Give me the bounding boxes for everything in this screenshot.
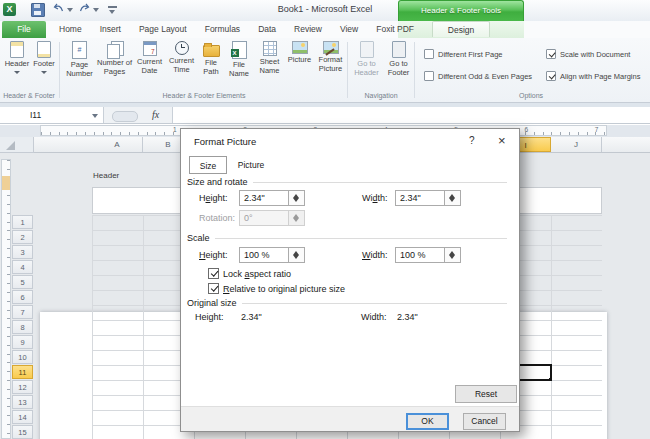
page-header-text[interactable]: Header: [93, 171, 119, 180]
width-label: Width:: [362, 193, 388, 203]
tab-review[interactable]: Review: [285, 21, 331, 38]
column-header-A[interactable]: A: [92, 137, 143, 152]
tab-page-layout[interactable]: Page Layout: [130, 21, 196, 38]
scale-height-spinner[interactable]: 100 %: [239, 247, 305, 263]
dialog-close-icon[interactable]: ×: [498, 133, 506, 148]
row-header-12[interactable]: 12: [12, 380, 33, 394]
row-header-5[interactable]: 5: [12, 275, 33, 289]
format-picture-icon: [323, 41, 339, 54]
file-path-button[interactable]: File Path: [198, 41, 224, 76]
scale-height-label: Height:: [199, 250, 228, 260]
group-separator: [347, 42, 348, 98]
tab-view[interactable]: View: [331, 21, 367, 38]
insert-function-icon[interactable]: fx: [152, 109, 159, 120]
row-header-2[interactable]: 2: [12, 230, 33, 244]
number-of-pages-button[interactable]: Number of Pages: [96, 41, 133, 76]
scale-height-spin-buttons[interactable]: [288, 248, 304, 262]
formula-input[interactable]: [172, 107, 650, 123]
file-name-button[interactable]: File Name: [225, 41, 253, 78]
reset-button[interactable]: Reset: [455, 385, 517, 403]
number-of-pages-label: Number of Pages: [96, 59, 133, 76]
row-header-3[interactable]: 3: [12, 245, 33, 259]
tab-foxit-pdf[interactable]: Foxit PDF: [367, 21, 423, 38]
name-box-dropdown-icon[interactable]: [92, 114, 98, 118]
row-header-4[interactable]: 4: [12, 260, 33, 274]
relative-to-original-checkbox[interactable]: [208, 283, 219, 294]
row-header-9[interactable]: 9: [12, 335, 33, 349]
row-header-10[interactable]: 10: [12, 350, 33, 364]
group-label-navigation: Navigation: [348, 92, 414, 99]
ruler-mark-6: 6: [525, 126, 529, 133]
current-date-button[interactable]: Current Date: [134, 41, 165, 75]
go-to-footer-button[interactable]: Go to Footer: [383, 41, 414, 77]
current-date-label: Current Date: [134, 58, 165, 75]
page-number-button[interactable]: # Page Number: [64, 41, 95, 78]
number-of-pages-icon: [107, 41, 123, 57]
header-button-label: Header: [5, 60, 30, 69]
scale-with-document-checkbox[interactable]: [546, 49, 556, 59]
ruler-mark-7: 7: [595, 126, 599, 133]
height-spin-buttons[interactable]: [288, 191, 304, 205]
lock-aspect-ratio-checkbox[interactable]: [208, 268, 219, 279]
formula-bar-divider: [112, 111, 138, 122]
footer-button[interactable]: Footer: [31, 41, 57, 74]
spin-down-icon: [293, 218, 299, 222]
row-header-11[interactable]: 11: [12, 365, 33, 379]
different-first-page-option[interactable]: Different First Page: [424, 49, 502, 59]
size-and-rotate-caption: Size and rotate: [187, 177, 507, 187]
header-button[interactable]: Header: [4, 41, 30, 74]
vertical-ruler-header-zone: [2, 176, 10, 190]
spin-down-icon[interactable]: [449, 255, 455, 259]
page-number-icon: #: [72, 41, 87, 59]
row-header-8[interactable]: 8: [12, 320, 33, 334]
sheet-name-button[interactable]: Sheet Name: [254, 41, 285, 75]
align-with-margins-option[interactable]: Align with Page Margins: [546, 71, 640, 81]
width-spinner[interactable]: 2.34": [395, 190, 461, 206]
dialog-help-button[interactable]: ?: [469, 135, 475, 146]
format-picture-label: Format Picture: [314, 56, 347, 73]
width-spin-buttons[interactable]: [444, 191, 460, 205]
tab-formulas[interactable]: Formulas: [196, 21, 249, 38]
scale-with-document-option[interactable]: Scale with Document: [546, 49, 630, 59]
row-header-13[interactable]: 13: [12, 395, 33, 409]
window-title: Book1 - Microsoft Excel: [0, 4, 650, 14]
name-box[interactable]: I11: [0, 107, 104, 123]
cancel-button[interactable]: Cancel: [463, 413, 506, 430]
scale-with-document-label: Scale with Document: [560, 50, 630, 59]
row-header-14[interactable]: 14: [12, 410, 33, 424]
ok-button[interactable]: OK: [406, 413, 449, 430]
different-odd-even-option[interactable]: Different Odd & Even Pages: [424, 71, 532, 81]
dialog-title: Format Picture: [194, 136, 256, 147]
spin-down-icon[interactable]: [449, 198, 455, 202]
column-header-J[interactable]: J: [551, 137, 602, 152]
group-label-options: Options: [414, 92, 648, 99]
dialog-tab-picture[interactable]: Picture: [230, 156, 272, 174]
footer-button-label: Footer: [33, 60, 55, 69]
tab-insert[interactable]: Insert: [91, 21, 130, 38]
contextual-tool-banner: Header & Footer Tools: [398, 0, 524, 21]
tab-data[interactable]: Data: [249, 21, 285, 38]
current-time-button[interactable]: Current Time: [166, 41, 197, 74]
current-time-icon: [175, 41, 189, 55]
format-picture-button[interactable]: Format Picture: [314, 41, 347, 73]
row-header-1[interactable]: 1: [12, 215, 33, 229]
different-odd-even-checkbox[interactable]: [424, 71, 434, 81]
picture-button[interactable]: Picture: [286, 41, 313, 65]
row-header-7[interactable]: 7: [12, 305, 33, 319]
dialog-tab-size[interactable]: Size: [189, 156, 227, 174]
different-first-page-checkbox[interactable]: [424, 49, 434, 59]
picture-icon: [292, 41, 308, 54]
scale-width-spin-buttons[interactable]: [444, 248, 460, 262]
tab-design[interactable]: Design: [432, 21, 490, 37]
header-dropdown-icon: [14, 71, 20, 74]
align-with-margins-checkbox[interactable]: [546, 71, 556, 81]
scale-width-spinner[interactable]: 100 %: [395, 247, 461, 263]
spin-down-icon[interactable]: [293, 198, 299, 202]
tab-home[interactable]: Home: [50, 21, 91, 38]
row-header-6[interactable]: 6: [12, 290, 33, 304]
row-header-15[interactable]: 15: [12, 425, 33, 439]
tab-file[interactable]: File: [2, 21, 46, 38]
spin-down-icon[interactable]: [293, 255, 299, 259]
height-spinner[interactable]: 2.34": [239, 190, 305, 206]
rotation-spin-buttons: [288, 211, 304, 225]
